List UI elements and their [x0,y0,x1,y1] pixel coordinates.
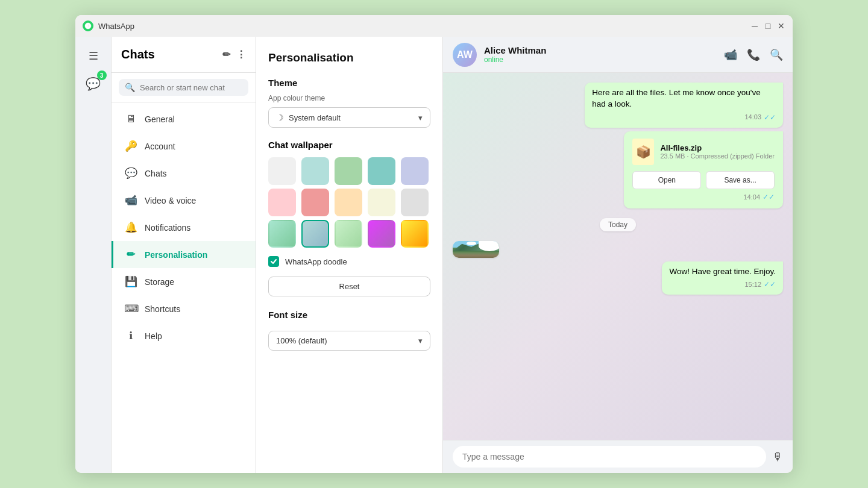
theme-dropdown[interactable]: ☽ System default ▾ [268,107,430,128]
settings-nav: 🖥 General 🔑 Account 💬 Chats 📹 Video & vo… [112,102,256,473]
photo-message-bubble: here! 15:06 [453,241,499,258]
unread-badge: 3 [97,70,107,80]
photo-image[interactable] [453,241,499,258]
sidebar-item-personalisation[interactable]: ✏ Personalisation [112,241,256,268]
personalisation-title: Personalisation [268,51,430,64]
personalisation-panel: Personalisation Theme App colour theme ☽… [256,37,443,473]
sidebar-item-label: Shortcuts [145,304,180,314]
wallpaper-swatch-13[interactable] [368,220,395,248]
app-colour-label: App colour theme [268,94,430,102]
chats-icon: 💬 [124,167,137,180]
sidebar-item-label: Account [145,142,175,151]
wallpaper-swatch-12[interactable] [335,220,362,248]
sidebar-item-label: Notifications [145,223,190,233]
wallpaper-swatch-9[interactable] [401,189,429,216]
sidebar-item-general[interactable]: 🖥 General [112,106,256,133]
message-row: 📦 All-files.zip 23.5 MB · Compressed (zi… [453,131,783,208]
file-size: 23.5 MB · Compressed (zipped) Folder [660,152,775,160]
contact-status: online [484,55,717,64]
sidebar-item-storage[interactable]: 💾 Storage [112,268,256,295]
message-bubble: Wow! Have great time. Enjoy. 15:12 ✓✓ [662,261,783,295]
font-size-dropdown[interactable]: 100% (default) ▾ [268,331,430,351]
notifications-icon: 🔔 [124,221,137,234]
theme-selected-value: System default [289,113,414,122]
search-icon: 🔍 [125,83,135,92]
contact-info: Alice Whitman online [484,45,717,64]
wallpaper-swatch-11[interactable] [301,220,329,248]
wallpaper-swatches [268,157,430,248]
settings-sidebar: Chats ✏ ⋮ 🔍 🖥 General 🔑 A [112,37,256,473]
message-ticks: ✓✓ [763,193,775,201]
wallpaper-swatch-3[interactable] [368,157,395,185]
file-name: All-files.zip [660,143,775,152]
doodle-checkbox[interactable] [268,256,279,267]
wallpaper-swatch-14[interactable] [401,220,429,248]
window-controls: ─ □ ✕ [750,22,785,30]
personalisation-icon: ✏ [124,248,137,261]
message-input[interactable] [453,446,766,468]
wallpaper-swatch-6[interactable] [301,189,329,216]
title-bar: WhatsApp ─ □ ✕ [75,15,793,37]
reset-button[interactable]: Reset [268,277,430,296]
message-bubble: Here are all the files. Let me know once… [585,83,783,128]
save-file-button[interactable]: Save as... [706,171,775,189]
sidebar-item-account[interactable]: 🔑 Account [112,133,256,160]
wallpaper-swatch-7[interactable] [335,189,362,216]
message-ticks: ✓✓ [764,113,776,123]
chat-messages: Here are all the files. Let me know once… [443,73,793,440]
wallpaper-swatch-0[interactable] [268,157,296,185]
sidebar-item-shortcuts[interactable]: ⌨ Shortcuts [112,295,256,322]
chats-nav-icon-wrap[interactable]: 💬 3 [83,73,104,95]
contact-name: Alice Whitman [484,45,717,55]
sidebar-item-label: General [145,114,175,124]
voice-call-button[interactable]: 📞 [747,48,760,61]
general-icon: 🖥 [124,113,137,125]
doodle-row: WhatsApp doodle [268,256,430,267]
wallpaper-swatch-5[interactable] [268,189,296,216]
wallpaper-section-title: Chat wallpaper [268,140,430,150]
wallpaper-swatch-2[interactable] [335,157,362,185]
sidebar-item-video-voice[interactable]: 📹 Video & voice [112,187,256,214]
chat-header: AW Alice Whitman online 📹 📞 🔍 [443,37,793,73]
sidebar-title: Chats [121,48,155,61]
message-time: 14:03 [744,113,761,122]
search-chat-button[interactable]: 🔍 [770,48,783,61]
maximize-button[interactable]: □ [764,22,772,30]
sidebar-header: Chats ✏ ⋮ [112,37,256,73]
app-window: WhatsApp ─ □ ✕ ☰ 💬 3 Chats ✏ ⋮ [75,15,793,473]
video-icon: 📹 [124,194,137,207]
wallpaper-swatch-4[interactable] [401,157,429,185]
sidebar-item-notifications[interactable]: 🔔 Notifications [112,214,256,241]
close-button[interactable]: ✕ [777,22,785,30]
account-icon: 🔑 [124,140,137,152]
search-bar: 🔍 [112,73,256,102]
search-input[interactable] [140,83,242,92]
avatar: AW [453,43,477,67]
compose-icon[interactable]: ✏ [222,49,230,60]
sidebar-item-label: Storage [145,277,174,287]
wallpaper-swatch-1[interactable] [301,157,329,185]
minimize-button[interactable]: ─ [750,22,759,30]
sidebar-item-label: Video & voice [145,196,196,205]
date-badge: Today [600,218,636,231]
open-file-button[interactable]: Open [632,171,701,189]
wallpaper-swatch-8[interactable] [368,189,395,216]
theme-dropdown-chevron: ▾ [418,113,423,122]
sidebar-narrow: ☰ 💬 3 [75,37,112,473]
date-divider: Today [453,218,783,231]
hamburger-menu-button[interactable]: ☰ [83,45,104,67]
app-body: ☰ 💬 3 Chats ✏ ⋮ 🔍 [75,37,793,473]
sidebar-item-chats[interactable]: 💬 Chats [112,160,256,187]
filter-icon[interactable]: ⋮ [236,49,246,60]
video-call-button[interactable]: 📹 [724,48,737,61]
sidebar-item-help[interactable]: ℹ Help [112,322,256,349]
theme-section-title: Theme [268,78,430,88]
theme-dropdown-icon: ☽ [276,113,284,122]
wallpaper-swatch-10[interactable] [268,220,296,248]
microphone-button[interactable]: 🎙 [772,451,783,463]
file-message-bubble: 📦 All-files.zip 23.5 MB · Compressed (zi… [624,131,783,208]
message-row: Here are all the files. Let me know once… [453,83,783,128]
message-text: Wow! Have great time. Enjoy. [669,267,776,276]
chat-header-actions: 📹 📞 🔍 [724,48,783,61]
file-type-icon: 📦 [632,139,654,165]
